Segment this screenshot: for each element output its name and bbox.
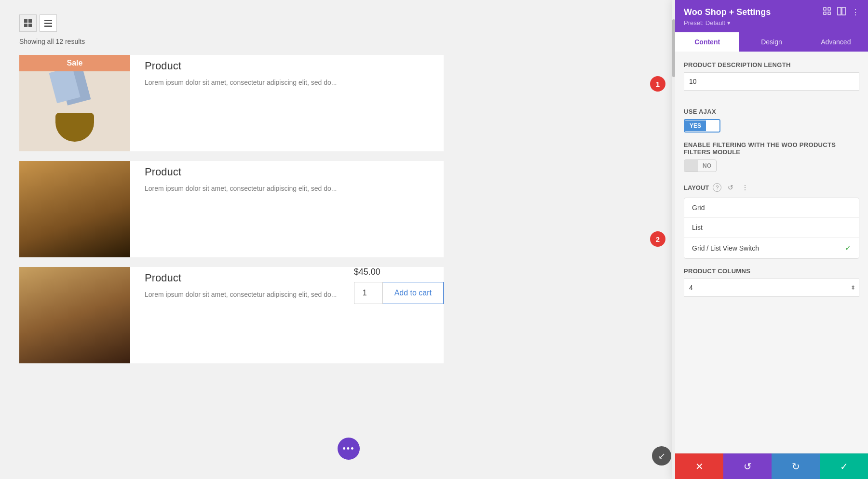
layout-options: Grid List Grid / List View Switch ✓ [684, 198, 859, 259]
panel-header-icons: ⋮ [823, 7, 859, 17]
filter-label: Enable Filtering with the Woo Products F… [684, 141, 859, 156]
table-row: Sale Product Lorem ipsum dolor sit amet,… [19, 55, 444, 151]
panel-tabs: Content Design Advanced [675, 32, 868, 52]
results-count: Showing all 12 results [19, 38, 444, 45]
product-info-2: Product Lorem ipsum dolor sit amet, cons… [145, 161, 444, 199]
product-description-3: Lorem ipsum dolor sit amet, consectetur … [145, 289, 339, 300]
ellipsis-menu-bubble[interactable]: ••• [338, 438, 360, 460]
tab-design[interactable]: Design [739, 32, 803, 52]
use-ajax-toggle[interactable]: YES [684, 119, 720, 133]
undo-button[interactable]: ↺ [723, 453, 772, 479]
product-title-2: Product [145, 166, 444, 178]
panel-header: Woo Shop + Settings ⋮ [675, 0, 868, 32]
layout-reset-icon[interactable]: ↺ [725, 182, 736, 193]
layout-option-list[interactable]: List [684, 218, 859, 238]
panel-header-top: Woo Shop + Settings ⋮ [684, 7, 859, 17]
svg-rect-11 [838, 7, 841, 15]
main-content: Showing all 12 results Sale Product Lore… [0, 0, 463, 378]
panel-icon-focus[interactable] [823, 7, 831, 17]
view-toggles [19, 14, 444, 32]
filter-toggle[interactable]: NO [684, 160, 717, 172]
svg-rect-1 [28, 19, 32, 23]
product-info-3: Product Lorem ipsum dolor sit amet, cons… [145, 267, 339, 305]
svg-rect-5 [44, 23, 52, 24]
save-button[interactable]: ✓ [820, 453, 868, 479]
toggle-no-text: NO [698, 160, 716, 171]
cancel-button[interactable]: ✕ [675, 453, 723, 479]
layout-more-icon[interactable]: ⋮ [740, 182, 750, 193]
preset-label: Preset: Default [684, 19, 725, 27]
svg-rect-4 [44, 20, 52, 21]
product-list: Sale Product Lorem ipsum dolor sit amet,… [19, 55, 444, 363]
svg-rect-7 [824, 8, 826, 10]
layout-label: Layout [684, 184, 709, 191]
step-badge-2: 2 [650, 231, 665, 247]
layout-field: Layout ? ↺ ⋮ Grid List Grid / List View … [684, 182, 859, 259]
quantity-stepper[interactable] [354, 282, 383, 304]
panel-icon-more[interactable]: ⋮ [852, 8, 859, 17]
ellipsis-icon: ••• [343, 444, 355, 454]
settings-panel: Woo Shop + Settings ⋮ [675, 0, 868, 479]
panel-body: Product Description Length Use Ajax YES … [675, 52, 868, 453]
table-row: Product Lorem ipsum dolor sit amet, cons… [19, 161, 444, 257]
floating-back-button[interactable]: ↙ [652, 446, 671, 466]
use-ajax-label: Use Ajax [684, 108, 859, 115]
use-ajax-field: Use Ajax YES [684, 108, 859, 133]
svg-rect-6 [44, 26, 52, 27]
product-image-3 [19, 267, 130, 363]
toggle-no-thumb [684, 160, 698, 172]
layout-option-grid[interactable]: Grid [684, 198, 859, 218]
desc-length-label: Product Description Length [684, 61, 859, 68]
product-photo-2 [19, 161, 130, 257]
sale-badge: Sale [19, 55, 130, 71]
svg-rect-3 [28, 24, 32, 27]
product-title-1: Product [145, 60, 444, 72]
product-purchase-3: $45.00 Add to cart [354, 267, 444, 304]
product-info-1: Product Lorem ipsum dolor sit amet, cons… [145, 55, 444, 93]
product-columns-label: Product columns [684, 267, 859, 275]
product-price-3: $45.00 [354, 267, 444, 277]
redo-button[interactable]: ↻ [772, 453, 820, 479]
product-photo-3 [19, 267, 130, 363]
panel-scrollbar[interactable] [672, 0, 675, 479]
panel-icon-layout[interactable] [837, 7, 846, 17]
add-to-cart-wrap: Add to cart [354, 282, 444, 304]
product-description-2: Lorem ipsum dolor sit amet, consectetur … [145, 183, 444, 194]
scrollbar-thumb[interactable] [672, 19, 675, 77]
product-title-3: Product [145, 272, 339, 284]
product-columns-select-wrap: 1 2 3 4 5 6 ⬍ [684, 279, 859, 297]
tab-advanced[interactable]: Advanced [804, 32, 868, 52]
desc-length-input[interactable] [684, 72, 859, 91]
layout-help-icon[interactable]: ? [713, 183, 721, 192]
panel-footer: ✕ ↺ ↻ ✓ [675, 453, 868, 479]
list-view-toggle[interactable] [40, 14, 57, 32]
product-columns-select[interactable]: 1 2 3 4 5 6 [684, 279, 859, 297]
product-columns-field: Product columns 1 2 3 4 5 6 ⬍ [684, 267, 859, 297]
svg-rect-12 [842, 7, 845, 15]
product-image-1: Sale [19, 55, 130, 151]
svg-rect-2 [24, 24, 27, 27]
step-badge-1: 1 [650, 76, 665, 92]
layout-option-grid-list[interactable]: Grid / List View Switch ✓ [684, 238, 859, 258]
desc-length-field: Product Description Length [684, 61, 859, 99]
svg-rect-0 [24, 19, 27, 23]
product-image-2 [19, 161, 130, 257]
grid-view-toggle[interactable] [19, 14, 37, 32]
toggle-yes-text: YES [685, 120, 706, 131]
toggle-thumb [706, 120, 719, 132]
panel-title: Woo Shop + Settings [684, 7, 771, 17]
svg-rect-10 [828, 12, 830, 14]
table-row: Product Lorem ipsum dolor sit amet, cons… [19, 267, 444, 363]
svg-rect-8 [828, 8, 830, 10]
product-description-1: Lorem ipsum dolor sit amet, consectetur … [145, 77, 444, 88]
layout-header: Layout ? ↺ ⋮ [684, 182, 859, 193]
panel-preset[interactable]: Preset: Default ▾ [684, 19, 859, 27]
preset-arrow: ▾ [727, 19, 731, 27]
add-to-cart-button[interactable]: Add to cart [383, 282, 444, 304]
layout-selected-icon: ✓ [845, 243, 851, 253]
svg-rect-9 [824, 12, 826, 14]
tab-content[interactable]: Content [675, 32, 739, 52]
filter-field: Enable Filtering with the Woo Products F… [684, 141, 859, 173]
arrow-icon: ↙ [658, 451, 665, 461]
